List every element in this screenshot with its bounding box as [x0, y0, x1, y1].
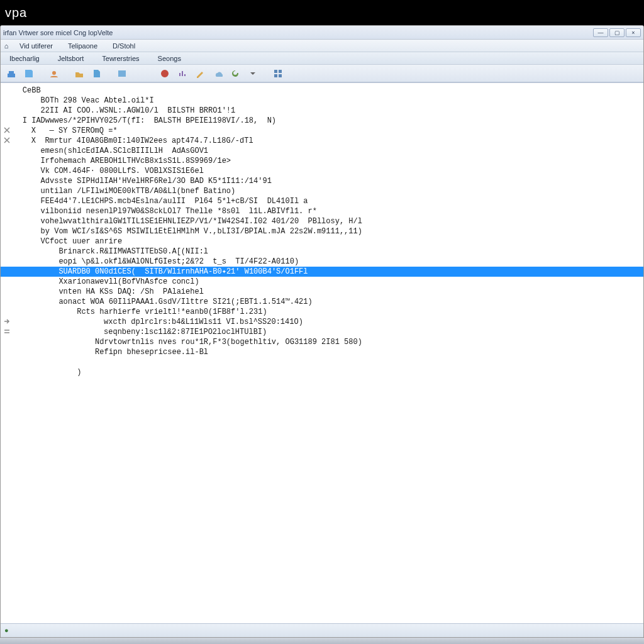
tab-3[interactable]: Seongs [149, 52, 191, 64]
code-line[interactable]: Irfohemach AREBOH1LTHVcB8x1sS1L.8S9969/1… [1, 156, 643, 166]
status-led-icon: ● [4, 626, 13, 635]
code-line[interactable]: FEE4d4'7.LE1CHPS.mcb4Eslna/aulII Pl64 5*… [1, 196, 643, 206]
code-line[interactable]: Vk COM.464F· 0800LLfS. VOBlXSIS1E6el [1, 166, 643, 176]
gutter-arrow-icon [3, 318, 11, 325]
code-line[interactable]: Ndrvtowrtnlis nves rou*1R,F*3(bogethltiv… [1, 337, 643, 347]
globe-icon[interactable] [158, 67, 172, 80]
menu-home-icon[interactable]: ⌂ [1, 40, 12, 52]
desktop-topbar: vpa [0, 0, 644, 25]
dropdown-icon[interactable] [246, 67, 260, 80]
code-line[interactable]: ) [1, 367, 643, 377]
code-line[interactable]: I IADwwwes/*2PIHVY025/T(fI: BALSTH BPEIE… [1, 116, 643, 126]
gutter-x-icon [3, 126, 11, 134]
folder-icon[interactable] [72, 67, 86, 80]
chart-icon[interactable] [175, 67, 189, 80]
tool-icon[interactable] [140, 67, 154, 80]
pencil-icon[interactable] [193, 67, 207, 80]
app-window: irfan Vrtwer sore micel Cng lopVelte — ▢… [0, 25, 644, 638]
code-line[interactable]: wxcth dplrclrs:b4&L11Wls11 VI.bsl^SS20:1… [1, 317, 643, 327]
code-line[interactable]: BOTh 298 Veac Abtel.oil*I [1, 96, 643, 106]
code-line[interactable]: Rcts harhierfe vrieltl!*eanb0(1FB8f'l.23… [1, 307, 643, 317]
code-line[interactable]: by Vom WCI/sI&S^6S MSIWIL1EtElHMlhM V.,b… [1, 226, 643, 236]
refresh-icon[interactable] [228, 67, 242, 80]
code-line[interactable]: 22II AI COO..WSNL:.AGWl0/l BILSTH BRRO1'… [1, 106, 643, 116]
logo-text: vpa [5, 6, 27, 20]
menu-item-1[interactable]: Telipaone [60, 40, 105, 52]
code-line[interactable]: vohelwvatlthiralGW1TIL1SE1EHNLIEZP/V1/*I… [1, 216, 643, 226]
code-line[interactable]: SUARDB0 0N0d1CES( SITB/WlirnhAHA-B0✦21' … [1, 267, 643, 277]
tab-0[interactable]: Ibecharlig [1, 52, 49, 64]
code-line[interactable]: CeBB [1, 86, 643, 96]
code-line[interactable]: vnten HA KSs DAQ: /Sh PAlaiehel [1, 287, 643, 297]
menu-item-2[interactable]: D/Stohl [105, 40, 143, 52]
people-icon[interactable] [47, 67, 61, 80]
grid-icon[interactable] [271, 67, 285, 80]
close-button[interactable]: × [626, 28, 641, 37]
gutter-x-icon [3, 136, 11, 144]
doc-icon[interactable] [90, 67, 104, 80]
statusbar: ● [1, 623, 643, 637]
code-line[interactable]: Advsste SIPHdlIAH'HVelHRF6Rel/3O BAD K5*… [1, 176, 643, 186]
cloud-icon[interactable] [211, 67, 225, 80]
code-line[interactable]: seqnbeny:lsc1l&2:87IE1PO2loclHTUlBI) [1, 327, 643, 337]
window-titlebar[interactable]: irfan Vrtwer sore micel Cng lopVelte — ▢… [1, 26, 643, 40]
tab-2[interactable]: Tewrerstries [93, 52, 148, 64]
code-line[interactable]: Xxarionawevll(BofVhAsfce concl) [1, 277, 643, 287]
menu-item-0[interactable]: Vid utiferer [12, 40, 60, 52]
code-line[interactable]: emesn(shlcEdIAA.SClcBIIILlH AdAsGOV1 [1, 146, 643, 156]
table-icon[interactable] [115, 67, 129, 80]
send-icon[interactable] [4, 67, 18, 80]
tabbar: Ibecharlig Jeltsbort Tewrerstries Seongs [1, 52, 643, 65]
code-line[interactable]: X Rmrtur 4I0A8GBm0I:l40IW2ees apt474.7.L… [1, 136, 643, 146]
code-line[interactable]: Refipn bhesepricsee.il-Bl [1, 347, 643, 357]
window-controls: — ▢ × [593, 28, 641, 37]
maximize-button[interactable]: ▢ [609, 28, 625, 37]
code-line[interactable]: VCfoct uuer anrire [1, 236, 643, 247]
toolbar [1, 65, 643, 82]
new-icon[interactable] [22, 67, 36, 80]
window-title: irfan Vrtwer sore micel Cng lopVelte [3, 29, 113, 36]
code-line[interactable] [1, 357, 643, 367]
editor-content[interactable]: CeBB BOTh 298 Veac Abtel.oil*I 22II AI C… [1, 82, 643, 623]
tab-1[interactable]: Jeltsbort [49, 52, 94, 64]
desktop-bottom-edge [0, 638, 644, 644]
code-line[interactable]: aonact WOA 60IliPAAA1.GsdV/Ilttre SI21(;… [1, 297, 643, 307]
code-line[interactable]: eopi \p&l.okfl&WAlONLfGIest;2&?2 t_s TI/… [1, 257, 643, 267]
menubar: ⌂ Vid utiferer Telipaone D/Stohl [1, 40, 643, 52]
code-line[interactable]: vilboniid nesenlPl97W0&S8ckLOl7 Thelle *… [1, 206, 643, 216]
code-line[interactable]: X — SY S7EROmQ =* [1, 126, 643, 136]
gutter-expand-icon [3, 328, 11, 335]
code-line[interactable]: untilan /LFIlwiMOE00kTTB/A0&Ll(bnef Bati… [1, 186, 643, 196]
code-line[interactable]: Brinarck.R&IIMWASTITEbS0.A[(NII:l [1, 247, 643, 257]
minimize-button[interactable]: — [593, 28, 608, 37]
